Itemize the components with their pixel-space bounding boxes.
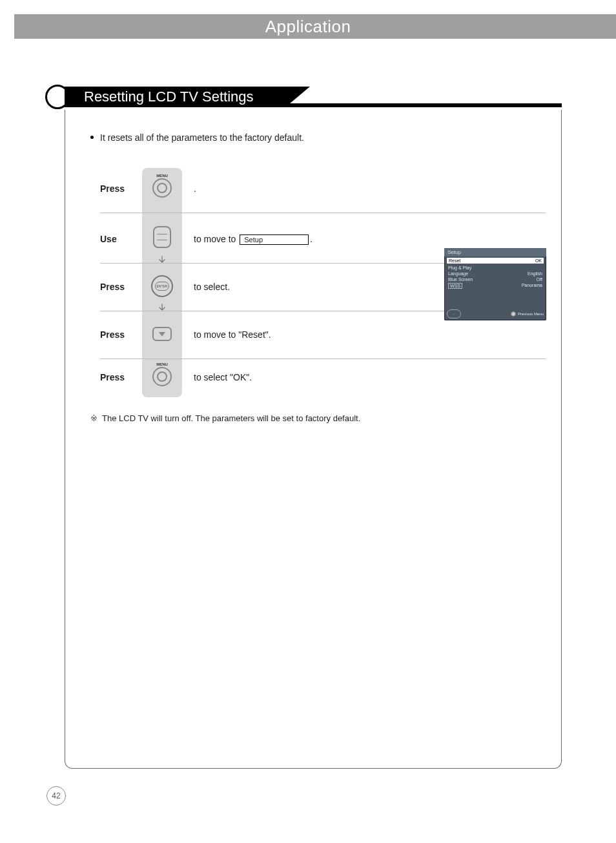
osd-row-value: Panorama — [522, 283, 542, 289]
step-verb: Use — [100, 234, 117, 244]
step-desc: to move to "Reset". — [194, 329, 271, 340]
osd-nav-icon: ◦ — [447, 309, 461, 318]
osd-row: WSS Panorama — [444, 282, 546, 289]
osd-row: Language English — [444, 271, 546, 276]
osd-target-box: Setup — [240, 234, 309, 245]
osd-preview: Setup Reset OK Plug & Play Language Engl… — [444, 248, 546, 320]
remote-button-slot — [145, 173, 179, 203]
section-title: Resetting LCD TV Settings — [65, 87, 310, 107]
osd-row-label: Reset — [449, 258, 460, 263]
osd-title: Setup — [444, 248, 546, 256]
intro-text: It resets all of the parameters to the f… — [100, 132, 304, 143]
step-desc: . — [194, 183, 196, 194]
nav-pad-icon — [153, 226, 171, 248]
step-verb: Press — [100, 282, 125, 292]
step-desc-before: to move to — [194, 234, 238, 244]
note-text: The LCD TV will turn off. The parameters… — [102, 413, 360, 423]
step-desc-after: . — [310, 234, 313, 244]
note-reference-mark-icon: ※ — [90, 413, 98, 423]
intro-bullet-icon — [90, 136, 94, 139]
osd-footer: ◦ Previous Menu — [447, 309, 544, 318]
menu-button-icon — [152, 367, 172, 386]
enter-button-icon: ENTER — [151, 275, 173, 297]
page-header-title: Application — [0, 17, 616, 37]
step-verb: Press — [100, 329, 125, 340]
page-header: Application — [0, 14, 616, 39]
remote-button-slot: ENTER — [145, 271, 179, 301]
osd-prev-label: Previous Menu — [518, 312, 544, 316]
row-divider — [100, 213, 546, 213]
step-desc: to select. — [194, 282, 230, 292]
osd-row-value: English — [528, 271, 542, 276]
step-desc: to select "OK". — [194, 372, 252, 382]
osd-row-label: WSS — [448, 283, 462, 289]
osd-row-value: OK — [535, 258, 542, 263]
osd-row-label: Blue Screen — [448, 277, 473, 282]
remote-button-slot — [145, 319, 179, 349]
flow-arrow-down-icon — [158, 304, 167, 313]
osd-prev-dot-icon — [511, 311, 516, 317]
enter-button-label: ENTER — [155, 282, 169, 291]
down-button-icon — [152, 327, 172, 341]
content-frame — [65, 110, 562, 769]
step-verb: Press — [100, 183, 125, 194]
row-divider — [100, 359, 546, 359]
step-desc: to move to Setup. — [194, 234, 313, 245]
osd-row-highlight: Reset OK — [447, 258, 544, 264]
osd-prev-hint: Previous Menu — [511, 311, 544, 317]
osd-row-value: Off — [537, 277, 542, 282]
step-verb: Press — [100, 372, 125, 382]
remote-button-slot — [145, 362, 179, 391]
osd-row: Plug & Play — [444, 265, 546, 271]
menu-button-icon — [152, 178, 172, 198]
osd-row-label: Plug & Play — [448, 265, 471, 270]
osd-row: Blue Screen Off — [444, 276, 546, 282]
page-number: 42 — [46, 786, 66, 806]
remote-button-slot — [145, 222, 179, 252]
flow-arrow-down-icon — [158, 256, 167, 265]
osd-row-label: Language — [448, 271, 468, 276]
